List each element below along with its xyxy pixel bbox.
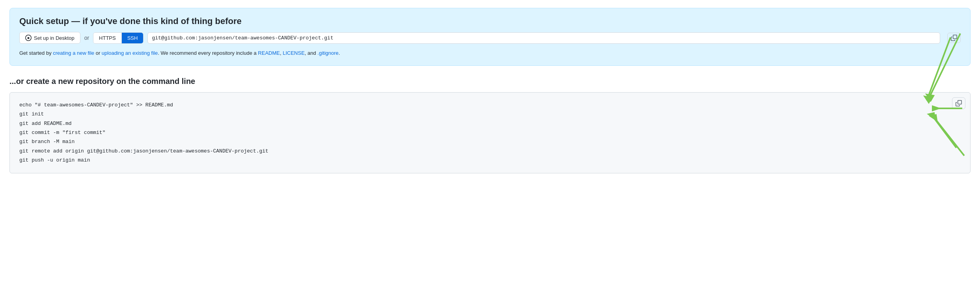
code-block: echo "# team-awesomes-CANDEV-project" >>… xyxy=(9,92,971,173)
copy-code-button[interactable] xyxy=(952,97,965,109)
setup-in-desktop-button[interactable]: Set up in Desktop xyxy=(19,32,80,44)
quick-setup-title: Quick setup — if you've done this kind o… xyxy=(19,16,961,26)
quick-setup-info: Get started by creating a new file or up… xyxy=(19,49,961,58)
or-label: or xyxy=(84,35,89,41)
code-line-3: git add README.md xyxy=(19,119,961,128)
code-line-7: git push -u origin main xyxy=(19,156,961,165)
copy-icon xyxy=(951,35,957,41)
info-text-after-link2: . We recommend every repository include … xyxy=(158,50,258,56)
copy-url-button[interactable] xyxy=(947,33,961,43)
quick-setup-controls: Set up in Desktop or HTTPS SSH git@githu… xyxy=(19,32,961,44)
code-line-6: git remote add origin git@github.com:jas… xyxy=(19,147,961,156)
command-line-section: ...or create a new repository on the com… xyxy=(9,77,971,173)
monitor-icon xyxy=(25,35,32,41)
copy-code-icon xyxy=(956,100,962,106)
command-line-title: ...or create a new repository on the com… xyxy=(9,77,971,86)
code-line-4: git commit -m "first commit" xyxy=(19,128,961,137)
code-line-2: git init xyxy=(19,110,961,119)
ssh-button[interactable]: SSH xyxy=(122,33,143,43)
code-line-1: echo "# team-awesomes-CANDEV-project" >>… xyxy=(19,100,961,110)
https-button[interactable]: HTTPS xyxy=(93,33,122,43)
upload-existing-link[interactable]: uploading an existing file xyxy=(102,50,158,56)
info-text-before-link1: Get started by xyxy=(19,50,53,56)
repo-url: git@github.com:jasonjensen/team-awesomes… xyxy=(152,35,936,41)
url-field-container: git@github.com:jasonjensen/team-awesomes… xyxy=(147,32,940,44)
protocol-group: HTTPS SSH xyxy=(93,32,143,44)
readme-link[interactable]: README xyxy=(258,50,280,56)
info-end: . xyxy=(339,50,340,56)
info-comma2: , and xyxy=(305,50,318,56)
svg-marker-3 xyxy=(927,95,933,100)
license-link[interactable]: LICENSE xyxy=(283,50,305,56)
create-new-file-link[interactable]: creating a new file xyxy=(53,50,94,56)
info-text-between: or xyxy=(94,50,102,56)
page-container: Quick setup — if you've done this kind o… xyxy=(0,8,980,305)
desktop-button-label: Set up in Desktop xyxy=(34,35,75,41)
gitignore-link[interactable]: .gitignore xyxy=(317,50,338,56)
quick-setup-section: Quick setup — if you've done this kind o… xyxy=(9,8,971,66)
code-line-5: git branch -M main xyxy=(19,137,961,146)
